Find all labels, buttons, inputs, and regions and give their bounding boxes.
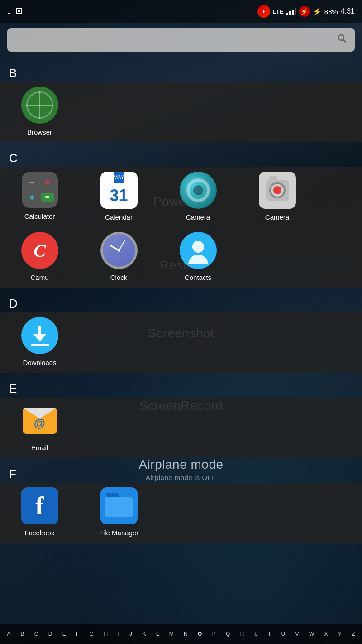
section-d-grid: Downloads [0,312,362,373]
section-d-header-row: D [0,288,362,312]
app-filemanager[interactable]: File Manager [79,483,158,543]
status-bar: ♩ 🖼 F LTE ⚡ ⚡ 88% 4:31 [0,0,362,23]
app-facebook[interactable]: f Facebook [0,483,79,543]
camera-classic-icon [259,172,296,209]
camu-icon: C [21,232,58,269]
app-calculator[interactable]: − × + = Calculator [0,167,79,227]
calculator-icon: − × + = [22,172,58,208]
section-d-label: D [0,291,27,312]
alpha-r[interactable]: R [240,631,244,637]
battery-icon: ⚡ [313,7,322,16]
signal-bars [286,8,296,15]
filemanager-icon [100,487,138,524]
calendar-label: Calendar [105,213,133,221]
alpha-l[interactable]: L [156,631,159,637]
svg-line-1 [343,40,346,43]
section-f-header-row: F [0,458,362,483]
alpha-p[interactable]: P [212,631,216,637]
section-b-grid: Browser [0,82,362,142]
alpha-o[interactable]: O [198,631,202,637]
search-bar[interactable] [7,28,355,52]
section-c-panel: − × + = Calculator MAY 31 Calendar [0,167,362,288]
downloads-label: Downloads [23,359,56,366]
alpha-d[interactable]: D [48,631,52,637]
app-email[interactable]: @ Email [0,398,79,458]
contacts-icon [180,232,217,269]
clock-label: Clock [110,274,128,281]
clock-time: 4:31 [341,7,355,15]
app-clock[interactable]: Clock [79,227,158,288]
app-drawer: B Browser C − × + = Calcu [0,57,362,543]
music-icon: ♩ [7,6,11,16]
alpha-e[interactable]: E [62,631,66,637]
section-c-label: C [0,146,27,167]
alpha-s[interactable]: S [254,631,258,637]
image-icon: 🖼 [15,7,23,15]
browser-icon [21,87,58,124]
calendar-icon: MAY 31 [100,172,138,209]
alpha-c[interactable]: C [34,631,38,637]
lte-indicator: LTE [273,8,284,15]
alpha-g[interactable]: G [90,631,94,637]
section-b-panel: Browser [0,82,362,142]
alpha-w[interactable]: W [309,631,314,637]
app-calendar[interactable]: MAY 31 Calendar [79,167,158,227]
contacts-label: Contacts [185,274,211,281]
app-camera-aperture[interactable]: Camera [158,167,238,227]
calculator-label: Calculator [24,212,55,220]
alpha-v[interactable]: V [295,631,299,637]
section-b-header-row: B [0,57,362,82]
app-downloads[interactable]: Downloads [0,312,79,373]
do-not-disturb-icon: ⚡ [299,6,310,17]
email-label: Email [31,444,48,452]
section-f-panel: f Facebook File Manager [0,483,362,543]
alpha-q[interactable]: Q [226,631,230,637]
app-browser[interactable]: Browser [0,82,79,142]
alpha-b[interactable]: B [20,631,24,637]
alpha-h[interactable]: H [104,631,108,637]
alphabet-bar: A B C D E F G H I J K L M N O P Q R S T … [0,624,362,644]
alpha-z[interactable]: Z [352,631,355,637]
downloads-icon [21,317,58,354]
email-icon: @ [21,402,58,439]
app-camu[interactable]: C Camu [0,227,79,288]
section-c-header-row: C [0,142,362,167]
section-f-label: F [0,461,25,483]
app-camera-classic[interactable]: Camera [238,167,317,227]
clock-icon [100,232,138,269]
alpha-x[interactable]: X [324,631,328,637]
alpha-u[interactable]: U [281,631,286,637]
alpha-t[interactable]: T [268,631,271,637]
search-container [0,23,362,57]
camera-aperture-label: Camera [186,213,210,221]
alpha-a[interactable]: A [7,631,10,637]
section-c-grid: − × + = Calculator MAY 31 Calendar [0,167,362,288]
section-e-header-row: E [0,373,362,398]
section-e-grid: @ Email [0,398,362,458]
status-left: ♩ 🖼 [7,6,23,16]
browser-label: Browser [27,128,52,136]
alpha-f[interactable]: F [76,631,79,637]
section-f-grid: f Facebook File Manager [0,483,362,543]
section-d-panel: Downloads [0,312,362,373]
speed-icon: F [257,5,270,18]
camu-label: Camu [30,274,48,281]
facebook-icon: f [21,487,58,524]
facebook-label: Facebook [25,529,55,537]
section-b-label: B [0,61,26,82]
battery-percentage: 88% [324,8,338,15]
alpha-m[interactable]: M [169,631,174,637]
camera-classic-label: Camera [265,213,289,221]
status-right: F LTE ⚡ ⚡ 88% 4:31 [257,5,355,18]
alpha-n[interactable]: N [184,631,188,637]
search-icon [337,33,348,47]
alpha-k[interactable]: K [142,631,146,637]
alpha-y[interactable]: Y [338,631,342,637]
alpha-j[interactable]: J [129,631,132,637]
section-e-label: E [0,376,26,398]
app-contacts[interactable]: Contacts [158,227,238,288]
browser-icon-inner [26,91,53,119]
alpha-i[interactable]: I [118,631,119,637]
section-e-panel: @ Email [0,398,362,458]
filemanager-label: File Manager [99,529,139,537]
